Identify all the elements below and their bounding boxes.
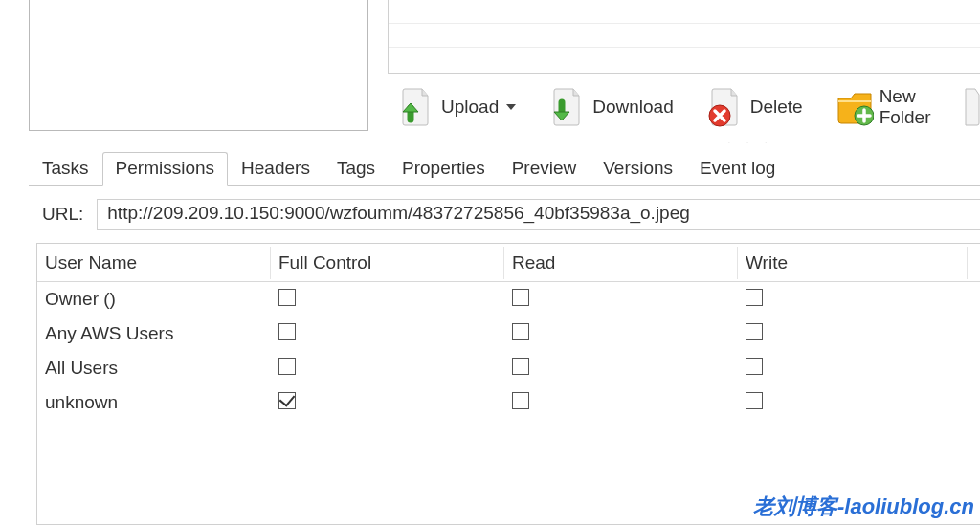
permissions-header-row: User Name Full Control Read Write [37, 244, 980, 282]
extra-cell [968, 399, 980, 406]
file-list-panel[interactable] [388, 0, 980, 74]
grip-dots: · · · [727, 134, 773, 148]
tabstrip: TasksPermissionsHeadersTagsPropertiesPre… [29, 151, 980, 186]
checkbox[interactable] [278, 392, 296, 409]
tab-tags[interactable]: Tags [323, 152, 389, 186]
upload-button[interactable]: Upload [391, 84, 522, 130]
col-username[interactable]: User Name [37, 247, 271, 279]
delete-icon [706, 87, 745, 127]
write-cell [738, 388, 968, 418]
tab-versions[interactable]: Versions [590, 152, 686, 186]
checkbox[interactable] [746, 323, 763, 340]
toolbar-overflow-button[interactable] [958, 84, 981, 130]
checkbox[interactable] [278, 323, 296, 340]
url-field[interactable]: http://209.209.10.150:9000/wzfoumm/48372… [97, 199, 980, 230]
username-cell: Any AWS Users [37, 319, 271, 348]
col-read[interactable]: Read [504, 247, 738, 279]
download-button[interactable]: Download [543, 84, 679, 130]
new-folder-label: New Folder [880, 86, 931, 128]
download-label: Download [592, 97, 674, 118]
write-cell [738, 354, 968, 383]
read-cell [504, 354, 738, 383]
extra-cell [968, 295, 980, 303]
username-cell: All Users [37, 354, 271, 383]
checkbox[interactable] [746, 358, 763, 375]
username-cell: Owner () [37, 285, 271, 314]
read-cell [504, 388, 738, 418]
url-label: URL: [42, 204, 83, 225]
new-folder-button[interactable]: New Folder [830, 83, 937, 131]
checkbox[interactable] [278, 358, 296, 375]
chevron-down-icon [506, 104, 516, 110]
tab-properties[interactable]: Properties [389, 152, 499, 186]
file-icon [964, 87, 981, 127]
tab-permissions[interactable]: Permissions [102, 152, 228, 186]
download-icon [548, 87, 587, 127]
new-folder-icon [835, 87, 874, 127]
tab-headers[interactable]: Headers [228, 152, 323, 186]
upload-icon [397, 87, 435, 127]
checkbox[interactable] [746, 392, 763, 409]
delete-button[interactable]: Delete [701, 84, 809, 130]
username-cell: unknown [37, 388, 271, 417]
full-cell [271, 354, 504, 383]
checkbox[interactable] [512, 358, 529, 375]
tab-tasks[interactable]: Tasks [29, 152, 102, 186]
permissions-table: User Name Full Control Read Write Owner … [36, 243, 980, 525]
col-extra[interactable] [968, 257, 980, 269]
table-row[interactable]: All Users [37, 351, 980, 385]
read-cell [504, 285, 738, 315]
read-cell [504, 319, 738, 349]
full-cell [271, 388, 504, 418]
tab-event-log[interactable]: Event log [686, 152, 789, 186]
write-cell [738, 319, 968, 349]
table-row[interactable]: Owner () [37, 282, 980, 317]
checkbox[interactable] [512, 323, 529, 340]
checkbox[interactable] [512, 289, 529, 306]
upload-label: Upload [441, 97, 499, 118]
table-row[interactable]: unknown [37, 385, 980, 420]
checkbox[interactable] [278, 289, 296, 306]
checkbox[interactable] [746, 289, 763, 306]
delete-label: Delete [750, 97, 803, 118]
col-fullcontrol[interactable]: Full Control [271, 247, 504, 279]
table-row[interactable]: Any AWS Users [37, 317, 980, 351]
tree-panel[interactable] [29, 0, 368, 131]
checkbox[interactable] [512, 392, 529, 409]
col-write[interactable]: Write [738, 247, 968, 279]
full-cell [271, 319, 504, 349]
extra-cell [968, 364, 980, 372]
tab-preview[interactable]: Preview [499, 152, 590, 186]
full-cell [271, 285, 504, 315]
toolbar: Upload Download [388, 79, 980, 135]
extra-cell [968, 330, 980, 338]
write-cell [738, 285, 968, 315]
